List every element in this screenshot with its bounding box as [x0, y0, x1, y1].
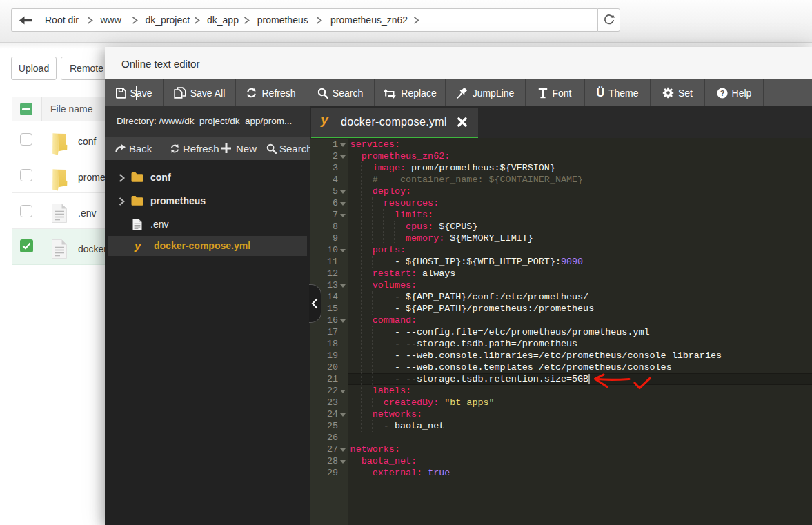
svg-text:?: ?	[720, 88, 724, 97]
